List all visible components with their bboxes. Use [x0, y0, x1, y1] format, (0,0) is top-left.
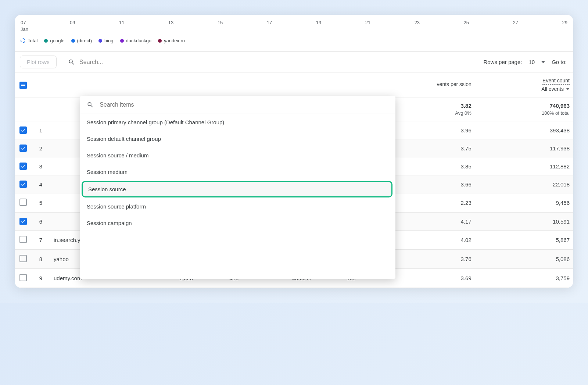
- legend-label: duckduckgo: [126, 38, 151, 43]
- legend-item[interactable]: bing: [98, 38, 114, 43]
- row-index: 9: [32, 269, 50, 288]
- select-all-checkbox[interactable]: [19, 82, 27, 89]
- row-checkbox[interactable]: [19, 218, 27, 225]
- legend-dot: [158, 39, 162, 43]
- rows-per-page-select[interactable]: 10: [528, 59, 545, 65]
- dropdown-search[interactable]: [80, 96, 395, 114]
- row-checkbox[interactable]: [19, 145, 27, 152]
- chart-xaxis-month: Jan: [15, 26, 573, 34]
- xaxis-tick: 23: [415, 20, 420, 25]
- cell-event-count: 5,086: [475, 250, 573, 269]
- xaxis-tick: 07: [21, 20, 26, 25]
- goto-label: Go to:: [552, 59, 567, 65]
- legend-item[interactable]: (direct): [71, 38, 92, 43]
- row-index: 4: [32, 175, 50, 193]
- chart-xaxis: 070911131517192123252729: [15, 15, 573, 26]
- legend-label: Total: [28, 38, 37, 43]
- rows-per-page-value: 10: [528, 59, 535, 65]
- row-checkbox[interactable]: [19, 163, 27, 170]
- table-toolbar: Plot rows Rows per page: 10 Go to:: [15, 51, 573, 72]
- legend-item[interactable]: Total: [21, 38, 37, 43]
- xaxis-tick: 21: [365, 20, 370, 25]
- legend-dot: [44, 39, 48, 43]
- legend-item[interactable]: duckduckgo: [120, 38, 151, 43]
- col-event-count[interactable]: Event count All events: [479, 78, 570, 92]
- legend-label: bing: [104, 38, 114, 43]
- cell-event-count: 10,591: [475, 213, 573, 231]
- xaxis-tick: 25: [464, 20, 469, 25]
- legend-label: (direct): [77, 38, 92, 43]
- rows-per-page-label: Rows per page:: [483, 59, 522, 65]
- row-index: 6: [32, 213, 50, 231]
- xaxis-tick: 15: [218, 20, 223, 25]
- row-checkbox[interactable]: [19, 126, 27, 134]
- dimension-dropdown: Session primary channel group (Default C…: [80, 96, 395, 279]
- xaxis-tick: 13: [168, 20, 173, 25]
- row-checkbox[interactable]: [19, 236, 27, 243]
- legend-dot: [71, 39, 75, 43]
- xaxis-tick: 11: [119, 20, 124, 25]
- cell-event-count: 393,438: [475, 121, 573, 139]
- dropdown-item[interactable]: Session source / medium: [80, 147, 395, 164]
- legend-dot: [21, 38, 25, 43]
- row-checkbox[interactable]: [19, 199, 27, 206]
- row-index: 8: [32, 250, 50, 269]
- row-index: 1: [32, 121, 50, 139]
- row-index: 7: [32, 231, 50, 250]
- dropdown-item[interactable]: Session campaign: [80, 215, 395, 231]
- chevron-down-icon: [566, 88, 570, 90]
- xaxis-tick: 29: [562, 20, 567, 25]
- legend-item[interactable]: google: [44, 38, 64, 43]
- xaxis-tick: 27: [513, 20, 518, 25]
- dropdown-item[interactable]: Session medium: [80, 164, 395, 180]
- chevron-down-icon: [541, 61, 545, 63]
- dropdown-item[interactable]: Session primary channel group (Default C…: [80, 114, 395, 131]
- rows-per-page-control: Rows per page: 10 Go to:: [477, 59, 573, 65]
- xaxis-tick: 17: [267, 20, 272, 25]
- table-search[interactable]: [62, 53, 477, 72]
- dropdown-item[interactable]: Session source platform: [80, 198, 395, 215]
- legend-dot: [120, 39, 124, 43]
- row-checkbox[interactable]: [19, 181, 27, 188]
- plot-rows-button[interactable]: Plot rows: [20, 56, 57, 68]
- dropdown-search-input[interactable]: [100, 101, 389, 108]
- legend-label: google: [50, 38, 64, 43]
- row-index: 5: [32, 193, 50, 213]
- legend-item[interactable]: yandex.ru: [158, 38, 185, 43]
- cell-event-count: 3,759: [475, 269, 573, 288]
- search-icon: [68, 58, 75, 66]
- cell-event-count: 112,882: [475, 157, 573, 175]
- row-checkbox[interactable]: [19, 255, 27, 262]
- xaxis-tick: 09: [70, 20, 75, 25]
- cell-event-count: 5,867: [475, 231, 573, 250]
- cell-event-count: 22,018: [475, 175, 573, 193]
- cell-event-count: 117,938: [475, 139, 573, 157]
- row-index: 3: [32, 157, 50, 175]
- search-icon: [87, 101, 94, 108]
- xaxis-tick: 19: [316, 20, 321, 25]
- row-checkbox[interactable]: [19, 274, 27, 281]
- col-events-per-session[interactable]: vents per ssion: [363, 81, 471, 88]
- row-index: 2: [32, 139, 50, 157]
- search-input[interactable]: [79, 59, 471, 65]
- legend-dot: [98, 39, 102, 43]
- dropdown-item[interactable]: Session default channel group: [80, 131, 395, 147]
- analytics-panel: 070911131517192123252729 Jan Totalgoogle…: [15, 15, 573, 288]
- legend-label: yandex.ru: [164, 38, 185, 43]
- cell-event-count: 9,456: [475, 193, 573, 213]
- chart-legend: Totalgoogle(direct)bingduckduckgoyandex.…: [15, 34, 573, 51]
- dropdown-item[interactable]: Session source: [82, 181, 392, 197]
